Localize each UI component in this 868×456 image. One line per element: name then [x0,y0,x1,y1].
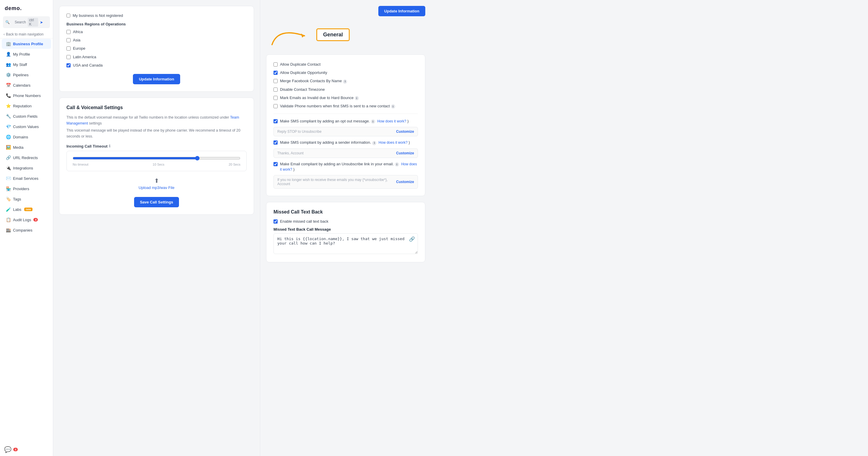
sidebar-item-pipelines[interactable]: ⚙️ Pipelines [2,70,51,80]
arrow-annotation [266,21,313,49]
tags-icon: 🏷️ [6,197,11,201]
general-heading-box: General [316,28,350,41]
right-update-information-button[interactable]: Update Information [378,6,425,16]
validate-phone-checkbox[interactable] [274,104,278,108]
email-comp-customize-link[interactable]: Customize [396,180,414,184]
missed-text-wrapper: 🔗 [274,233,418,255]
region-row-1: Asia [66,37,247,43]
sidebar-item-phone-numbers[interactable]: 📞 Phone Numbers [2,90,51,101]
upload-area[interactable]: ⬆ Upload mp3/wav File [66,177,247,190]
sms-compliance-2: Make SMS compliant by adding a sender in… [274,140,418,158]
integrations-icon: 🔌 [6,166,11,170]
save-call-settings-button[interactable]: Save Call Settings [134,197,179,207]
sidebar-item-companies[interactable]: 🏬 Companies [2,225,51,235]
search-bar[interactable]: 🔍 Search ctrl K ➤ [3,16,50,28]
chat-badge: 4 [13,448,18,451]
missed-text-area[interactable] [274,233,418,254]
disable-contact-timezone-checkbox[interactable] [274,88,278,92]
search-placeholder: Search [15,20,26,24]
slider-container: No timeout 10 Secs 20 Secs [66,151,247,171]
back-nav-label: Back to main navigation [6,32,43,36]
upload-icon: ⬆ [154,177,159,184]
update-information-button[interactable]: Update Information [133,74,180,84]
email-compliance-checkbox[interactable] [274,162,278,166]
sidebar-item-audit-logs[interactable]: 📋 Audit Logs4 [2,215,51,225]
labs-badge: new [24,208,32,211]
sidebar-item-reputation[interactable]: ⭐ Reputation [2,101,51,111]
sms-compliance-2-label: Make SMS compliant by adding a sender in… [280,140,410,145]
sms1-customize-link[interactable]: Customize [396,130,414,134]
general-cb-row-allow-duplicate-opportunity: Allow Duplicate Opportunity [274,70,418,76]
sidebar-label-calendars: Calendars [13,83,30,88]
call-desc-2: This voicemail message will be played in… [66,127,247,139]
sms-compliance-2-checkbox[interactable] [274,140,278,145]
missed-text-label: Missed Text Back Call Message [274,227,418,232]
chat-icon: 💬 [4,446,11,453]
general-cb-row-merge-facebook: Merge Facebook Contacts By Name ℹ [274,78,418,84]
sidebar-item-business-profile[interactable]: 🏢 Business Profile [2,39,51,49]
region-4-checkbox[interactable] [66,63,70,67]
sidebar-item-custom-fields[interactable]: 🔧 Custom Fields [2,111,51,121]
region-0-checkbox[interactable] [66,30,70,34]
sidebar-item-email-services[interactable]: ✉️ Email Services [2,173,51,183]
general-cb-row-disable-contact-timezone: Disable Contact Timezone [274,87,418,92]
sidebar-label-custom-values: Custom Values [13,124,39,129]
save-btn-wrapper: Save Call Settings [66,197,247,207]
upload-label: Upload mp3/wav File [138,186,174,190]
regions-list: Africa Asia Europe Latin America USA and… [66,29,247,68]
sidebar-item-labs[interactable]: 🧪 Labsnew [2,204,51,215]
sidebar-label-providers: Providers [13,187,29,191]
sidebar-label-custom-fields: Custom Fields [13,114,37,119]
allow-duplicate-opportunity-checkbox[interactable] [274,71,278,75]
sms1-how-link[interactable]: How does it work? [377,119,406,123]
general-cb-row-validate-phone: Validate Phone numbers when first SMS is… [274,104,418,109]
region-row-0: Africa [66,29,247,35]
timeout-info-icon: ℹ [109,144,111,148]
sidebar-item-providers[interactable]: 🏪 Providers [2,183,51,194]
sms-compliance-1-checkbox[interactable] [274,119,278,123]
sidebar-item-custom-values[interactable]: 💎 Custom Values [2,121,51,132]
sms2-how-link[interactable]: How does it work? [379,140,408,145]
sidebar-item-calendars[interactable]: 📅 Calendars [2,80,51,90]
media-icon: 🖼️ [6,145,11,150]
sidebar-label-phone-numbers: Phone Numbers [13,93,41,98]
divider-1 [274,114,418,114]
top-right-bar: Update Information [266,6,425,16]
merge-facebook-checkbox[interactable] [274,79,278,83]
sidebar-label-email-services: Email Services [13,176,38,181]
center-panel: My business is Not registered Business R… [53,0,260,456]
allow-duplicate-contact-label: Allow Duplicate Contact [280,62,320,67]
sidebar-item-media[interactable]: 🖼️ Media [2,142,51,152]
custom-values-icon: 💎 [6,124,11,129]
sidebar-item-my-profile[interactable]: 👤 My Profile [2,49,51,59]
region-1-checkbox[interactable] [66,38,70,42]
phone-numbers-icon: 📞 [6,93,11,98]
sidebar-label-reputation: Reputation [13,104,32,108]
allow-duplicate-contact-checkbox[interactable] [274,62,278,66]
sidebar-item-domains[interactable]: 🌐 Domains [2,132,51,142]
link-icon: 🔗 [409,236,415,242]
sidebar-item-url-redirects[interactable]: 🔗 URL Redirects [2,152,51,163]
mark-emails-invalid-checkbox[interactable] [274,96,278,100]
timeout-slider[interactable] [73,156,240,161]
sidebar-item-my-staff[interactable]: 👥 My Staff [2,59,51,69]
region-2-checkbox[interactable] [66,47,70,51]
region-3-checkbox[interactable] [66,55,70,59]
merge-facebook-label: Merge Facebook Contacts By Name ℹ [280,78,347,84]
call-desc-1: This is the default voicemail message fo… [66,114,247,126]
not-registered-checkbox[interactable] [66,13,70,18]
chat-widget[interactable]: 💬 4 [0,443,53,456]
enable-missed-call-checkbox[interactable] [274,220,278,224]
sms-compliance-1-label: Make SMS compliant by adding an opt out … [280,119,409,124]
back-navigation[interactable]: ‹ Back to main navigation [0,30,53,38]
regions-card: My business is Not registered Business R… [59,6,254,92]
enable-missed-call-row: Enable missed call text back [274,219,418,224]
missed-call-title: Missed Call Text Back [274,209,418,215]
disable-contact-timezone-label: Disable Contact Timezone [280,87,325,92]
sidebar-item-tags[interactable]: 🏷️ Tags [2,194,51,204]
annotation-container: General [266,21,425,49]
sidebar-item-integrations[interactable]: 🔌 Integrations [2,163,51,173]
region-0-label: Africa [73,29,83,35]
sms2-customize-link[interactable]: Customize [396,151,414,155]
providers-icon: 🏪 [6,186,11,191]
